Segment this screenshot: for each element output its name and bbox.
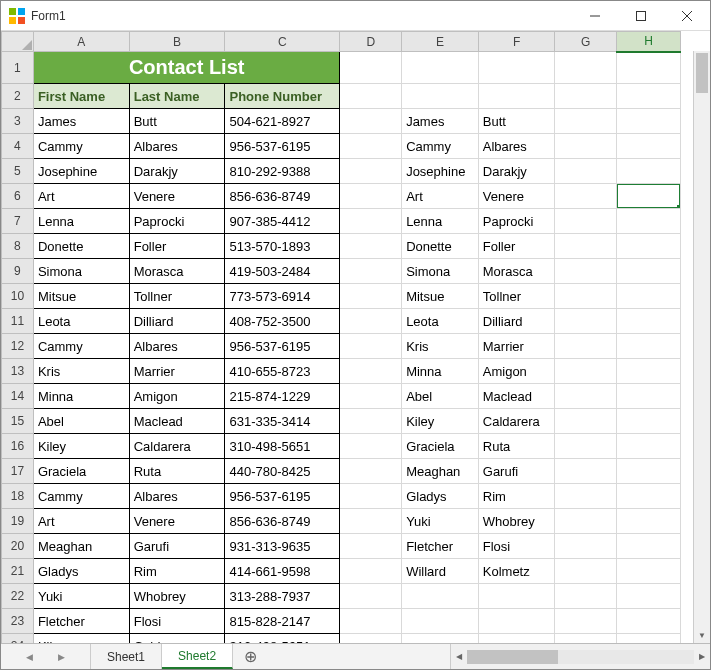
cell-B24[interactable]: Caldarera (129, 634, 225, 644)
cell-F21[interactable]: Kolmetz (478, 559, 555, 584)
cell-F17[interactable]: Garufi (478, 459, 555, 484)
nav-prev-icon[interactable]: ◀ (26, 652, 33, 662)
cell-B13[interactable]: Marrier (129, 359, 225, 384)
cell-A16[interactable]: Kiley (33, 434, 129, 459)
cell-C13[interactable]: 410-655-8723 (225, 359, 340, 384)
cell-D15[interactable] (340, 409, 402, 434)
cell-D7[interactable] (340, 209, 402, 234)
cell-A10[interactable]: Mitsue (33, 284, 129, 309)
col-header-A[interactable]: A (33, 32, 129, 52)
cell-B6[interactable]: Venere (129, 184, 225, 209)
spreadsheet-grid[interactable]: A B C D E F G H 1Contact List2First Name… (1, 31, 681, 643)
cell-F6[interactable]: Venere (478, 184, 555, 209)
row-header-21[interactable]: 21 (2, 559, 34, 584)
cell-C24[interactable]: 310-498-5651 (225, 634, 340, 644)
cell-C18[interactable]: 956-537-6195 (225, 484, 340, 509)
cell-F19[interactable]: Whobrey (478, 509, 555, 534)
cell-A23[interactable]: Fletcher (33, 609, 129, 634)
cell-G12[interactable] (555, 334, 617, 359)
cell-D12[interactable] (340, 334, 402, 359)
row-header-2[interactable]: 2 (2, 84, 34, 109)
select-all-corner[interactable] (2, 32, 34, 52)
cell-E20[interactable]: Fletcher (402, 534, 479, 559)
cell-G2[interactable] (555, 84, 617, 109)
cell-C15[interactable]: 631-335-3414 (225, 409, 340, 434)
cell-H22[interactable] (617, 584, 681, 609)
cell-E6[interactable]: Art (402, 184, 479, 209)
vertical-scrollbar[interactable]: ▼ (693, 51, 710, 643)
cell-D3[interactable] (340, 109, 402, 134)
cell-A6[interactable]: Art (33, 184, 129, 209)
cell-H16[interactable] (617, 434, 681, 459)
cell-C16[interactable]: 310-498-5651 (225, 434, 340, 459)
row-header-15[interactable]: 15 (2, 409, 34, 434)
close-button[interactable] (664, 1, 710, 31)
cell-G14[interactable] (555, 384, 617, 409)
cell-G15[interactable] (555, 409, 617, 434)
cell-H13[interactable] (617, 359, 681, 384)
cell-B8[interactable]: Foller (129, 234, 225, 259)
cell-D22[interactable] (340, 584, 402, 609)
cell-C11[interactable]: 408-752-3500 (225, 309, 340, 334)
vertical-scroll-thumb[interactable] (696, 53, 708, 93)
cell-E19[interactable]: Yuki (402, 509, 479, 534)
cell-D14[interactable] (340, 384, 402, 409)
cell-A22[interactable]: Yuki (33, 584, 129, 609)
cell-B14[interactable]: Amigon (129, 384, 225, 409)
row-header-19[interactable]: 19 (2, 509, 34, 534)
cell-D9[interactable] (340, 259, 402, 284)
cell-D13[interactable] (340, 359, 402, 384)
cell-H3[interactable] (617, 109, 681, 134)
row-header-22[interactable]: 22 (2, 584, 34, 609)
cell-B5[interactable]: Darakjy (129, 159, 225, 184)
cell-H20[interactable] (617, 534, 681, 559)
cell-A13[interactable]: Kris (33, 359, 129, 384)
cell-H14[interactable] (617, 384, 681, 409)
sheet-nav-buttons[interactable]: ◀ ▶ (1, 644, 91, 669)
cell-A21[interactable]: Gladys (33, 559, 129, 584)
cell-D4[interactable] (340, 134, 402, 159)
cell-C17[interactable]: 440-780-8425 (225, 459, 340, 484)
cell-A15[interactable]: Abel (33, 409, 129, 434)
row-header-11[interactable]: 11 (2, 309, 34, 334)
cell-E18[interactable]: Gladys (402, 484, 479, 509)
cell-E23[interactable] (402, 609, 479, 634)
cell-F8[interactable]: Foller (478, 234, 555, 259)
row-header-7[interactable]: 7 (2, 209, 34, 234)
cell-F14[interactable]: Maclead (478, 384, 555, 409)
cell-B22[interactable]: Whobrey (129, 584, 225, 609)
cell-A5[interactable]: Josephine (33, 159, 129, 184)
cell-E14[interactable]: Abel (402, 384, 479, 409)
col-header-E[interactable]: E (402, 32, 479, 52)
cell-A11[interactable]: Leota (33, 309, 129, 334)
row-header-23[interactable]: 23 (2, 609, 34, 634)
horizontal-scrollbar[interactable]: ◀ ▶ (450, 644, 710, 669)
cell-E8[interactable]: Donette (402, 234, 479, 259)
row-header-24[interactable]: 24 (2, 634, 34, 644)
cell-H11[interactable] (617, 309, 681, 334)
cell-F9[interactable]: Morasca (478, 259, 555, 284)
cell-B20[interactable]: Garufi (129, 534, 225, 559)
row-header-12[interactable]: 12 (2, 334, 34, 359)
maximize-button[interactable] (618, 1, 664, 31)
cell-F2[interactable] (478, 84, 555, 109)
cell-B10[interactable]: Tollner (129, 284, 225, 309)
cell-A20[interactable]: Meaghan (33, 534, 129, 559)
col-header-D[interactable]: D (340, 32, 402, 52)
cell-F18[interactable]: Rim (478, 484, 555, 509)
row-header-20[interactable]: 20 (2, 534, 34, 559)
scroll-down-arrow[interactable]: ▼ (694, 627, 710, 643)
cell-G9[interactable] (555, 259, 617, 284)
col-header-H[interactable]: H (617, 32, 681, 52)
row-header-17[interactable]: 17 (2, 459, 34, 484)
cell-C23[interactable]: 815-828-2147 (225, 609, 340, 634)
scroll-right-arrow[interactable]: ▶ (694, 652, 710, 661)
cell-F3[interactable]: Butt (478, 109, 555, 134)
cell-C7[interactable]: 907-385-4412 (225, 209, 340, 234)
cell-D1[interactable] (340, 52, 402, 84)
cell-A19[interactable]: Art (33, 509, 129, 534)
cell-B11[interactable]: Dilliard (129, 309, 225, 334)
cell-H5[interactable] (617, 159, 681, 184)
cell-F22[interactable] (478, 584, 555, 609)
cell-A24[interactable]: Kiley (33, 634, 129, 644)
